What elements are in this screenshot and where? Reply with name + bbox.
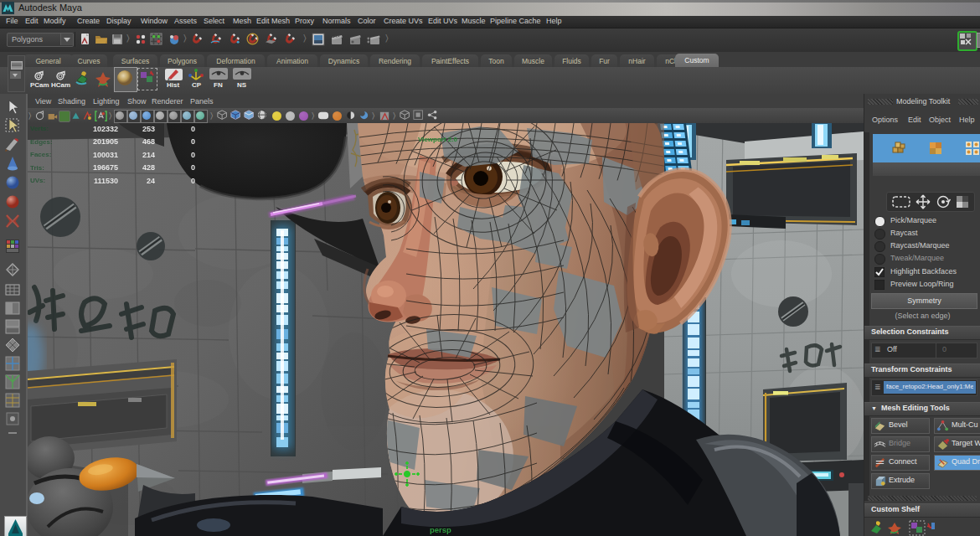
svg-text:111530: 111530 [94,177,118,185]
svg-text:Tris:: Tris: [30,164,44,172]
svg-text:Edges:: Edges: [30,138,53,146]
svg-text:468: 468 [142,137,155,146]
svg-text:0: 0 [191,151,195,159]
svg-text:214: 214 [142,151,155,159]
svg-text:Faces:: Faces: [30,151,51,158]
svg-text:102332: 102332 [93,125,118,133]
svg-text:0: 0 [191,163,195,172]
svg-text:428: 428 [142,163,155,172]
svg-text:0: 0 [191,125,195,133]
svg-text:Verts:: Verts: [30,125,49,132]
svg-text:0: 0 [191,137,195,146]
svg-text:253: 253 [142,125,155,133]
svg-text:100031: 100031 [93,151,118,159]
svg-text:24: 24 [147,177,155,185]
svg-text:UVs:: UVs: [30,177,45,184]
svg-text:196675: 196675 [93,163,118,172]
svg-text:0: 0 [191,177,195,185]
svg-text:persp: persp [430,525,451,534]
svg-text:201905: 201905 [93,137,118,146]
svg-text:Viewport 2.0: Viewport 2.0 [418,136,458,143]
